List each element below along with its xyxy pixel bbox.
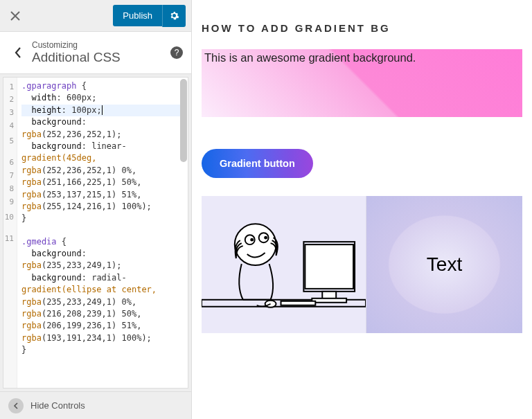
back-button[interactable] [8,39,28,66]
media-image [202,196,366,333]
svg-point-8 [235,224,276,265]
chevron-left-icon [14,46,22,59]
line-gutter: 1234567891011 [3,78,17,388]
settings-button[interactable] [162,5,186,27]
hide-controls-button[interactable]: Hide Controls [0,391,191,419]
publish-button[interactable]: Publish [113,5,162,26]
svg-rect-6 [281,301,316,305]
gear-icon [169,10,179,21]
page-title: HOW TO ADD GRADIENT BG [202,22,522,34]
svg-rect-2 [305,244,353,289]
publish-group: Publish [113,5,186,27]
code-area[interactable]: .gparagraph { width: 600px; height: 100p… [17,78,188,388]
header-title: Additional CSS [32,50,170,65]
section-header: Customizing Additional CSS ? [0,32,191,74]
svg-rect-5 [312,298,346,303]
close-icon[interactable] [6,6,25,26]
gradient-button[interactable]: Gradient button [202,149,313,178]
site-preview: HOW TO ADD GRADIENT BG This is an awesom… [192,0,532,419]
gradient-paragraph: This is an awesome gradient background. [202,49,522,117]
scrollbar-thumb[interactable] [180,79,187,162]
sidebar-topbar: Publish [0,0,191,32]
media-text: Text [366,196,522,333]
hide-controls-label: Hide Controls [30,400,85,411]
cartoon-figure-icon [202,196,366,333]
customizer-sidebar: Publish Customizing Additional CSS ? 123… [0,0,192,419]
svg-point-11 [250,238,254,242]
svg-point-12 [264,236,267,240]
collapse-left-icon [8,398,24,413]
gradient-media-block: Text [202,196,522,333]
help-icon[interactable]: ? [170,46,183,59]
header-titles: Customizing Additional CSS [32,40,170,65]
css-editor[interactable]: 1234567891011 .gparagraph { width: 600px… [3,77,188,389]
header-subtitle: Customizing [32,40,170,50]
